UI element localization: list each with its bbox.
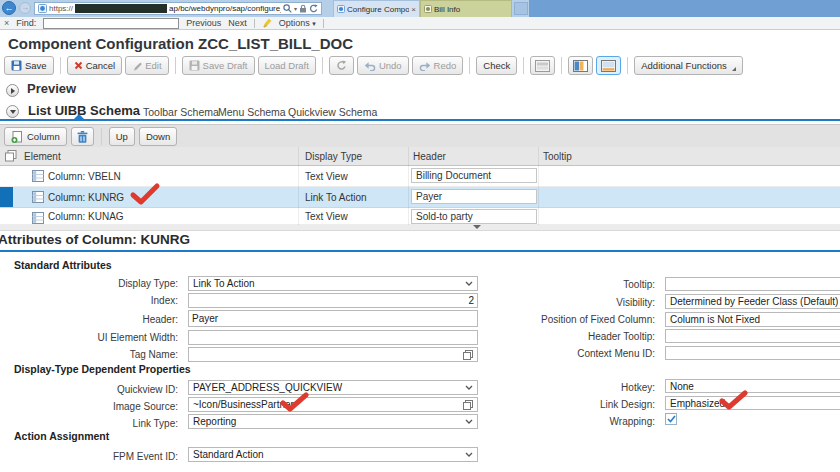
back-button[interactable]: ← [2,1,16,15]
pencil-icon [132,61,142,71]
preview-section-label: Preview [27,81,76,96]
visibility-select[interactable]: Determined by Feeder Class (Default) [665,294,840,309]
add-column-icon [11,131,24,143]
find-previous-button[interactable]: Previous [186,18,221,28]
undo-button[interactable]: Undo [357,56,409,75]
load-draft-button[interactable]: Load Draft [258,56,316,75]
browser-tab-configure-component[interactable]: Configure Component × [333,0,420,17]
row-display-type: Text View [305,171,348,182]
redo-button[interactable]: Redo [412,56,464,75]
row-header-field[interactable]: Payer [411,189,537,204]
header-tooltip-label: Header Tooltip: [0,331,655,342]
delete-column-button[interactable] [71,127,94,146]
tab-label[interactable]: Configure Component [347,5,409,14]
section-standard-attributes: Standard Attributes [14,259,112,271]
edit-button[interactable]: Edit [125,56,168,75]
save-button[interactable]: Save [4,56,54,75]
scroll-down-icon[interactable] [473,225,481,229]
add-column-button[interactable]: Column [4,127,67,146]
col-header-element[interactable]: Element [24,151,61,162]
row-header-field[interactable]: Billing Document [411,168,537,183]
col-header-tooltip[interactable]: Tooltip [543,151,572,162]
layout-rows-button[interactable] [530,56,555,75]
table-row[interactable]: Column: VBELN Text View Billing Document [0,166,840,187]
redacted-host [75,4,167,13]
attributes-panel-rule [0,250,840,252]
find-options-button[interactable]: Options ▾ [279,18,316,28]
row-element-label: Column: KUNAG [48,211,124,222]
tab-close-icon[interactable]: × [411,5,416,14]
section-action-assignment: Action Assignment [14,430,109,442]
hotkey-label: Hotkey: [0,382,655,393]
section-display-type-dependent: Display-Type Dependent Properties [14,363,191,375]
additional-functions-button[interactable]: Additional Functions [634,56,743,75]
context-menu-id-field[interactable] [665,346,840,360]
cancel-button[interactable]: Cancel [67,56,123,75]
refresh-button[interactable] [329,56,354,75]
pages-icon [5,150,17,162]
checkbox-check-icon [667,415,676,423]
active-tab-caret [74,114,84,119]
table-row-selected[interactable]: Column: KUNRG Link To Action Payer [0,187,840,208]
layout-columns-icon [573,60,588,72]
highlighter-icon[interactable] [262,18,272,28]
hotkey-select[interactable]: None [665,379,840,393]
address-bar[interactable]: https:// ap/bc/webdynpro/sap/configure_c… [34,2,322,15]
tab-page-icon [337,5,345,13]
tab-label[interactable]: Bill Info [434,5,508,14]
find-next-button[interactable]: Next [228,18,247,28]
main-toolbar: Save Cancel Edit Save Draft Load Draft U… [4,56,743,75]
move-down-button[interactable]: Down [139,127,177,146]
tab-menu-schema[interactable]: Menu Schema [218,106,286,118]
tab-quickview-schema[interactable]: Quickview Schema [288,106,377,118]
lock-icon [299,4,307,13]
url-scheme: https:// [49,4,73,13]
position-of-fixed-column-select[interactable]: Column is Not Fixed [665,312,840,327]
visibility-label: Visibility: [0,297,655,308]
undo-icon [364,61,376,71]
save-draft-icon [189,60,200,71]
page-icon [38,4,47,13]
find-label: Find: [16,18,36,28]
check-button[interactable]: Check [476,56,517,75]
link-design-select[interactable]: Emphasized [665,396,840,410]
toolbar-divider [469,57,470,74]
browser-tab-bill-info[interactable]: Bill Info [420,0,512,17]
find-bar: × Find: Previous Next Options ▾ [0,17,840,30]
header-tooltip-field[interactable] [665,329,840,343]
row-header-field[interactable]: Sold-to party [411,209,537,224]
col-header-display-type[interactable]: Display Type [305,151,362,162]
column-element-icon [32,191,44,203]
table-row[interactable]: Column: KUNAG Text View Sold-to party [0,208,840,225]
find-input[interactable] [43,18,179,29]
preview-expand-button[interactable] [6,84,19,97]
menu-corner-icon [732,67,736,71]
layout-bottom-panel-button[interactable] [596,56,621,75]
search-caret-icon[interactable]: ▾ [294,5,297,12]
col-header-header[interactable]: Header [413,151,446,162]
forward-button[interactable]: → [19,2,31,14]
fpm-event-id-select[interactable]: Standard Action [188,447,478,462]
chevron-down-icon [10,110,16,114]
row-element-label: Column: KUNRG [48,192,124,203]
toolbar-divider [627,57,628,74]
refresh-icon[interactable] [309,4,318,13]
new-tab-button[interactable] [514,2,528,15]
active-tab-underline [0,119,840,121]
find-close-icon[interactable]: × [4,18,9,28]
grid-scroll-strip[interactable] [0,225,840,231]
tooltip-field[interactable] [665,277,840,291]
save-draft-button[interactable]: Save Draft [182,56,255,75]
wrapping-checkbox[interactable] [665,413,677,425]
move-up-button[interactable]: Up [109,127,135,146]
search-icon[interactable] [283,4,292,13]
toolbar-divider [523,57,524,74]
tab-toolbar-schema[interactable]: Toolbar Schema [143,106,219,118]
column-element-icon [32,170,44,182]
toolbar-divider [561,57,562,74]
layout-bottom-panel-icon [601,60,616,72]
position-of-fixed-column-label: Position of Fixed Column: [0,314,655,325]
row-display-type: Link To Action [305,192,367,203]
layout-columns-button[interactable] [568,56,593,75]
schema-collapse-button[interactable] [6,105,19,118]
